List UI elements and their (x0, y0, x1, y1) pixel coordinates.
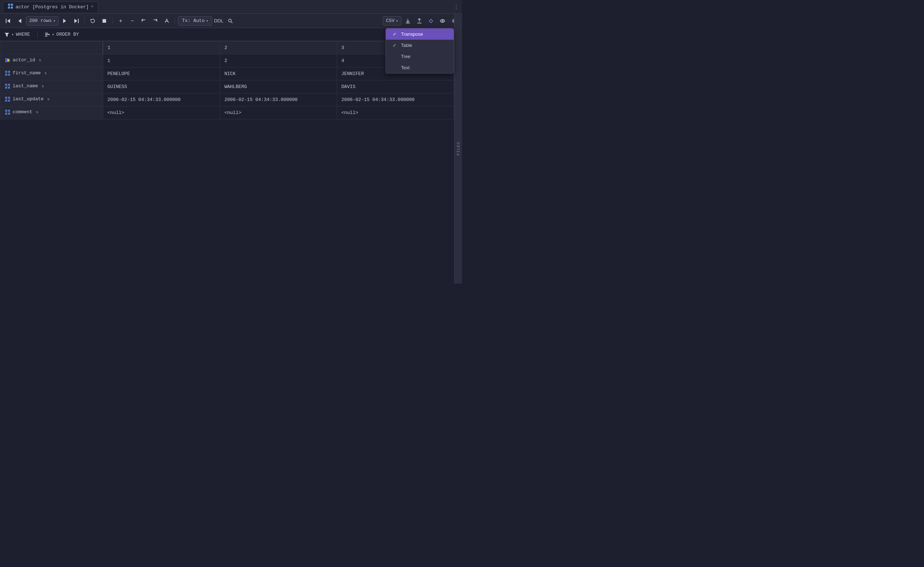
add-row-button[interactable]: + (116, 16, 126, 26)
cell-last-name-2[interactable]: WAHLBERG (220, 80, 337, 93)
field-name-first-name: first_name (13, 70, 41, 76)
files-sidebar[interactable]: FILES (454, 14, 462, 284)
toolbar-separator-2 (112, 17, 113, 24)
nav-first-button[interactable] (3, 16, 13, 26)
download-button[interactable] (403, 16, 413, 26)
svg-rect-46 (5, 112, 7, 115)
svg-rect-8 (78, 19, 79, 23)
svg-rect-40 (5, 97, 7, 99)
cell-comment-1[interactable]: <null> (103, 106, 220, 119)
svg-rect-35 (8, 74, 10, 76)
svg-rect-24 (45, 36, 47, 36)
data-table-wrap: 1 2 3 (0, 41, 454, 284)
cell-last-update-1[interactable]: 2006-02-15 04:34:33.000000 (103, 93, 220, 106)
cell-first-name-1[interactable]: PENELOPE (103, 68, 220, 80)
field-name-last-name: last_name (13, 83, 38, 89)
view-mode-dropdown: ✓ Transpose ✓ Table Tree Text (386, 28, 454, 74)
menu-item-tree[interactable]: Tree (386, 51, 454, 62)
menu-item-text[interactable]: Text (386, 62, 454, 73)
toolbar: 200 rows ▾ + − Tx: Auto ▾ DDL CSV ▾ (0, 14, 462, 28)
toolbar-separator-1 (84, 17, 85, 24)
svg-rect-0 (8, 4, 10, 6)
svg-marker-5 (7, 19, 10, 23)
svg-rect-10 (102, 19, 106, 23)
sort-icon-actor-id[interactable]: ⇅ (39, 58, 41, 62)
cell-actor-id-2[interactable]: 2 (220, 54, 337, 68)
csv-selector[interactable]: CSV ▾ (383, 16, 401, 26)
rows-selector[interactable]: 200 rows ▾ (26, 16, 59, 26)
cell-last-name-1[interactable]: GUINESS (103, 80, 220, 93)
column-icon-2 (5, 83, 11, 89)
svg-rect-34 (5, 74, 7, 76)
search-button[interactable] (225, 16, 235, 26)
sort-icon-last-name[interactable]: ⇅ (42, 84, 44, 88)
menu-item-table[interactable]: ✓ Table (386, 40, 454, 51)
transpose-button[interactable] (426, 16, 436, 26)
row-header-last-update: last_update ⇅ (0, 93, 103, 106)
svg-point-12 (228, 19, 231, 22)
nav-last-button[interactable] (71, 16, 81, 26)
toolbar-separator-3 (175, 17, 175, 24)
nav-prev-button[interactable] (14, 16, 24, 26)
cell-comment-2[interactable]: <null> (220, 106, 337, 119)
cell-actor-id-1[interactable]: 1 (103, 54, 220, 68)
sort-icon-first-name[interactable]: ⇅ (44, 71, 47, 75)
field-name-actor-id: actor_id (13, 57, 35, 63)
active-tab[interactable]: actor [Postgres in Docker] × (3, 2, 98, 12)
field-name-comment: comment (13, 109, 33, 115)
row-header-actor-id: actor_id ⇅ (0, 54, 103, 68)
svg-rect-39 (8, 87, 10, 89)
col-header-2[interactable]: 2 (220, 42, 337, 54)
tab-close-button[interactable]: × (91, 4, 93, 9)
redo-button[interactable] (150, 16, 160, 26)
cell-last-name-3[interactable]: DAVIS (337, 80, 454, 93)
tab-bar: actor [Postgres in Docker] × ⋮ (0, 0, 462, 14)
key-icon (5, 57, 11, 63)
svg-point-18 (440, 20, 445, 22)
order-label: ORDER BY (56, 32, 79, 37)
refresh-button[interactable] (88, 16, 98, 26)
svg-line-13 (231, 22, 233, 23)
filter-icon (5, 32, 9, 37)
svg-rect-44 (5, 110, 7, 112)
menu-item-transpose[interactable]: ✓ Transpose (386, 28, 454, 40)
order-filter[interactable]: ▾ ORDER BY (45, 32, 79, 37)
column-icon-3 (5, 96, 11, 102)
order-icon (45, 33, 50, 37)
tab-more-button[interactable]: ⋮ (453, 3, 459, 10)
row-header-comment: comment ⇅ (0, 106, 103, 119)
sort-icon-comment[interactable]: ⇅ (36, 110, 39, 114)
tx-chevron-icon: ▾ (206, 19, 208, 23)
svg-rect-43 (8, 99, 10, 102)
upload-button[interactable] (415, 16, 424, 26)
table-row: comment ⇅ <null> <null> <null> (0, 106, 454, 119)
cell-last-update-2[interactable]: 2006-02-15 04:34:33.000000 (220, 93, 337, 106)
col-header-1[interactable]: 1 (103, 42, 220, 54)
column-icon-4 (5, 109, 11, 115)
where-filter[interactable]: ▾ WHERE (5, 32, 30, 37)
svg-point-19 (442, 20, 443, 22)
cell-comment-3[interactable]: <null> (337, 106, 454, 119)
remove-row-button[interactable]: − (127, 16, 137, 26)
nav-next-button[interactable] (60, 16, 70, 26)
table-row: last_name ⇅ GUINESS WAHLBERG DAVIS (0, 80, 454, 93)
check-icon-table: ✓ (392, 42, 397, 48)
svg-rect-36 (5, 84, 7, 86)
eye-button[interactable] (437, 16, 448, 26)
column-icon (5, 70, 11, 76)
check-icon-transpose: ✓ (392, 32, 397, 37)
cell-first-name-2[interactable]: NICK (220, 68, 337, 80)
cell-last-update-3[interactable]: 2006-02-15 04:34:33.000000 (337, 93, 454, 106)
submit-button[interactable] (162, 16, 172, 26)
where-label: WHERE (16, 32, 30, 37)
sort-icon-last-update[interactable]: ⇅ (47, 97, 50, 101)
where-chevron-icon: ▾ (12, 33, 14, 37)
table-row: last_update ⇅ 2006-02-15 04:34:33.000000… (0, 93, 454, 106)
ddl-button[interactable]: DDL (214, 16, 224, 26)
tx-selector[interactable]: Tx: Auto ▾ (178, 16, 212, 26)
svg-marker-6 (18, 19, 21, 23)
undo-button[interactable] (138, 16, 149, 26)
svg-marker-9 (74, 19, 77, 23)
stop-button[interactable] (99, 16, 110, 26)
filter-separator (37, 31, 38, 38)
